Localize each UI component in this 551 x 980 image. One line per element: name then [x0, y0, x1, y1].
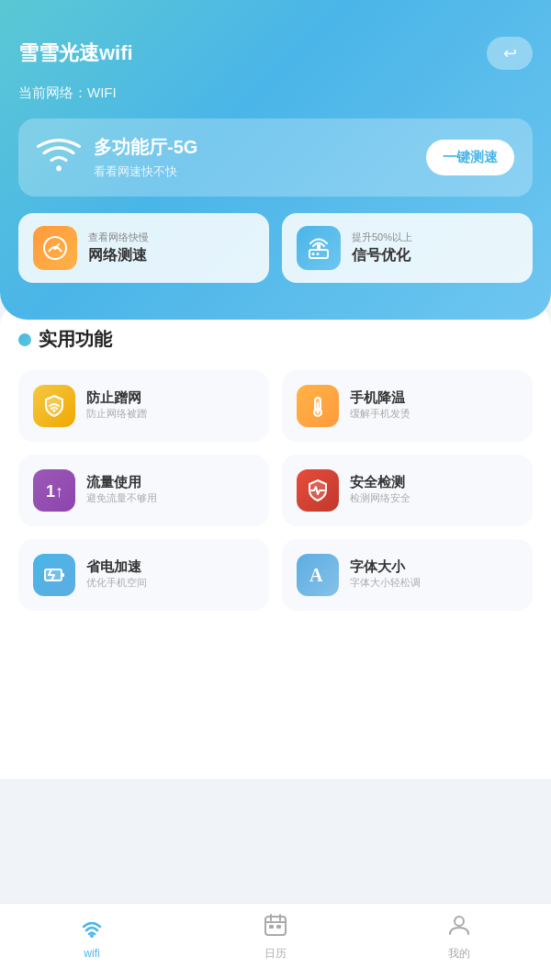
func-item-prevent-freeload[interactable]: 防止蹭网 防止网络被蹭 — [18, 370, 269, 442]
svg-rect-21 — [269, 925, 274, 929]
signal-optimize-text: 提升50%以上 信号优化 — [352, 231, 412, 265]
network-speed-card[interactable]: 查看网络快慢 网络测速 — [18, 213, 269, 283]
data-usage-text: 流量使用 避免流量不够用 — [86, 474, 157, 507]
speed-test-button[interactable]: 一键测速 — [426, 140, 514, 175]
wifi-details: 多功能厅-5G 看看网速快不快 — [37, 135, 197, 180]
nav-item-calendar[interactable]: 日历 — [184, 913, 367, 962]
svg-text:A: A — [309, 565, 323, 585]
app-title: 雪雪光速wifi — [18, 39, 133, 67]
power-save-text: 省电加速 优化手机空间 — [86, 558, 147, 591]
wifi-nav-label: wifi — [84, 947, 99, 960]
func-item-security-check[interactable]: 安全检测 检测网络安全 — [282, 455, 533, 526]
nav-item-profile[interactable]: 我的 — [367, 913, 551, 962]
func-item-data-usage[interactable]: 1↑ 流量使用 避免流量不够用 — [18, 455, 269, 526]
svg-point-0 — [56, 165, 62, 171]
app-header: 雪雪光速wifi ↩ — [18, 0, 533, 84]
svg-point-6 — [317, 253, 320, 255]
signal-optimize-card[interactable]: 提升50%以上 信号优化 — [282, 213, 533, 283]
svg-text:1↑: 1↑ — [46, 482, 63, 501]
font-a-icon: A — [297, 554, 339, 596]
feature-cards-row: 查看网络快慢 网络测速 提升50%以上 信号优化 — [18, 213, 533, 283]
svg-rect-14 — [62, 573, 64, 577]
func-item-font-size[interactable]: A 字体大小 字体大小轻松调 — [282, 539, 533, 611]
svg-point-3 — [53, 246, 57, 250]
svg-point-8 — [53, 410, 56, 412]
wifi-signal-icon — [37, 137, 81, 179]
prevent-freeload-text: 防止蹭网 防止网络被蹭 — [86, 389, 147, 422]
nav-item-wifi[interactable]: wifi — [0, 916, 184, 960]
svg-rect-22 — [276, 925, 281, 929]
font-size-text: 字体大小 字体大小轻松调 — [350, 558, 421, 591]
calendar-nav-icon — [264, 913, 287, 942]
security-check-text: 安全检测 检测网络安全 — [350, 474, 410, 507]
bottom-nav: wifi 日历 我的 — [0, 903, 551, 980]
func-item-power-save[interactable]: 省电加速 优化手机空间 — [18, 539, 269, 611]
profile-nav-label: 我的 — [448, 946, 470, 962]
network-speed-text: 查看网络快慢 网络测速 — [88, 231, 149, 265]
section-title: 实用功能 — [18, 327, 533, 352]
calendar-nav-label: 日历 — [264, 946, 287, 962]
svg-point-5 — [312, 253, 315, 255]
data-usage-icon: 1↑ — [33, 469, 75, 512]
function-grid: 防止蹭网 防止网络被蹭 手机降温 缓解手机发烫 1↑ — [18, 370, 533, 611]
back-icon: ↩ — [503, 43, 517, 63]
wifi-name-group: 多功能厅-5G 看看网速快不快 — [94, 135, 197, 180]
wifi-nav-icon — [79, 916, 105, 943]
current-network-label: 当前网络：WIFI — [18, 84, 533, 102]
router-icon — [297, 226, 341, 270]
profile-nav-icon — [447, 913, 471, 942]
speedometer-icon — [33, 226, 77, 270]
wifi-ssid: 多功能厅-5G — [94, 135, 197, 160]
wifi-subtitle: 看看网速快不快 — [94, 163, 197, 180]
security-pulse-icon — [297, 469, 339, 512]
back-button[interactable]: ↩ — [487, 37, 533, 70]
svg-rect-7 — [317, 244, 320, 250]
phone-cooling-text: 手机降温 缓解手机发烫 — [350, 389, 410, 422]
thermometer-icon — [297, 385, 339, 427]
battery-bolt-icon — [33, 554, 75, 596]
practical-section: 实用功能 防止蹭网 防止网络被蹭 — [0, 301, 551, 779]
wifi-info-card: 多功能厅-5G 看看网速快不快 一键测速 — [18, 118, 533, 197]
svg-point-16 — [90, 934, 94, 938]
section-dot — [18, 333, 31, 346]
svg-rect-17 — [265, 917, 286, 935]
shield-wifi-icon — [33, 385, 75, 427]
svg-point-23 — [455, 917, 464, 926]
func-item-phone-cooling[interactable]: 手机降温 缓解手机发烫 — [282, 370, 533, 442]
